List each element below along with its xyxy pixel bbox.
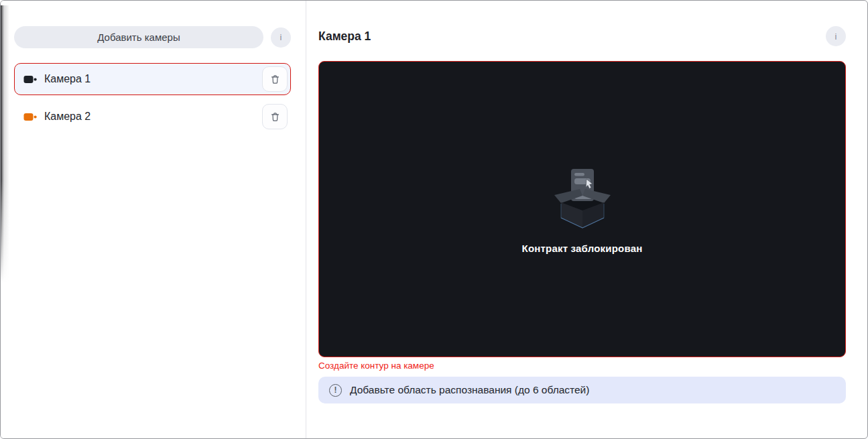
- recognition-area-banner: ! Добавьте область распознавания (до 6 о…: [318, 377, 846, 403]
- camera-icon: [23, 112, 38, 122]
- circle-exclamation-icon: !: [329, 384, 342, 397]
- page-title: Камера 1: [318, 29, 371, 44]
- sidebar-info-button[interactable]: i: [271, 27, 291, 48]
- contour-error-text: Создайте контур на камере: [318, 361, 846, 371]
- camera-sidebar: Добавить камеры i Камера 1: [1, 1, 306, 438]
- camera-detail-panel: Камера 1 i: [306, 1, 867, 438]
- add-cameras-button[interactable]: Добавить камеры: [14, 26, 263, 48]
- delete-camera-button[interactable]: [262, 104, 288, 129]
- detail-header: Камера 1 i: [318, 25, 846, 48]
- camera-preview[interactable]: Контракт заблокирован: [318, 61, 846, 357]
- camera-list-item-1[interactable]: Камера 1: [14, 63, 291, 95]
- trash-icon: [269, 74, 281, 85]
- delete-camera-button[interactable]: [262, 66, 288, 92]
- locked-contract-illustration: [549, 165, 616, 232]
- banner-text: Добавьте область распознавания (до 6 обл…: [350, 384, 589, 396]
- camera-list: Камера 1 Камера 2: [14, 63, 291, 133]
- detail-info-button[interactable]: i: [826, 26, 846, 46]
- preview-status-message: Контракт заблокирован: [522, 243, 643, 254]
- camera-item-label: Камера 1: [44, 73, 262, 85]
- camera-item-label: Камера 2: [44, 111, 262, 123]
- trash-icon: [269, 111, 281, 123]
- camera-icon: [23, 74, 38, 84]
- camera-list-item-2[interactable]: Камера 2: [14, 101, 291, 133]
- app-window: Добавить камеры i Камера 1: [0, 0, 868, 439]
- sidebar-toolbar: Добавить камеры i: [14, 26, 291, 48]
